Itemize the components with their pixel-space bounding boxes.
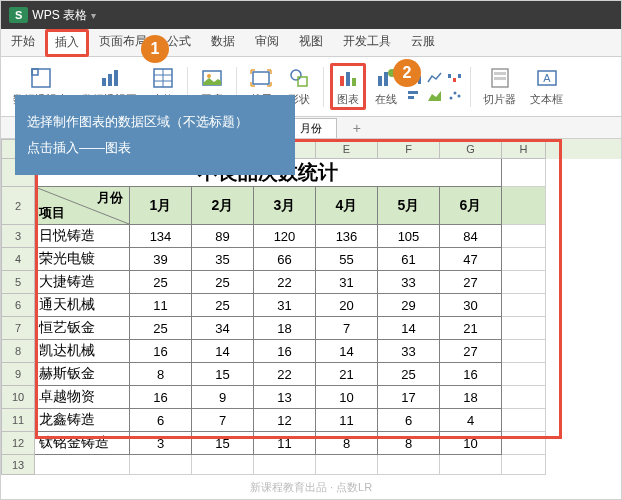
data-cell[interactable]: 8 — [316, 432, 378, 455]
data-cell[interactable]: 35 — [192, 248, 254, 271]
row-name-cell[interactable]: 赫斯钣金 — [35, 363, 130, 386]
ribbon-textbox[interactable]: A 文本框 — [524, 64, 569, 109]
header-cell[interactable]: 4月 — [316, 187, 378, 225]
header-cell[interactable]: 6月 — [440, 187, 502, 225]
cell[interactable] — [502, 455, 546, 475]
data-cell[interactable]: 10 — [316, 386, 378, 409]
data-cell[interactable]: 15 — [192, 432, 254, 455]
data-cell[interactable]: 33 — [378, 271, 440, 294]
cell[interactable] — [502, 271, 546, 294]
data-cell[interactable]: 25 — [192, 294, 254, 317]
data-cell[interactable]: 21 — [440, 317, 502, 340]
row-header[interactable]: 5 — [1, 271, 35, 294]
tab-home[interactable]: 开始 — [1, 28, 45, 56]
header-diagonal-cell[interactable]: 月份 项目 — [35, 187, 130, 225]
row-name-cell[interactable]: 钛铭金铸造 — [35, 432, 130, 455]
row-name-cell[interactable]: 龙鑫铸造 — [35, 409, 130, 432]
row-header[interactable]: 4 — [1, 248, 35, 271]
cell[interactable] — [502, 386, 546, 409]
row-header[interactable]: 11 — [1, 409, 35, 432]
data-cell[interactable]: 31 — [254, 294, 316, 317]
data-cell[interactable]: 27 — [440, 271, 502, 294]
header-cell[interactable]: 5月 — [378, 187, 440, 225]
row-name-cell[interactable]: 凯达机械 — [35, 340, 130, 363]
cell[interactable] — [502, 187, 546, 225]
mini-bar-icon[interactable] — [406, 88, 424, 104]
row-name-cell[interactable]: 日悦铸造 — [35, 225, 130, 248]
data-cell[interactable]: 4 — [440, 409, 502, 432]
data-cell[interactable]: 16 — [130, 340, 192, 363]
tab-cloud[interactable]: 云服 — [401, 28, 445, 56]
data-cell[interactable]: 6 — [378, 409, 440, 432]
col-header[interactable]: F — [378, 139, 440, 159]
data-cell[interactable]: 55 — [316, 248, 378, 271]
data-cell[interactable]: 22 — [254, 363, 316, 386]
cell[interactable] — [316, 455, 378, 475]
data-cell[interactable]: 11 — [130, 294, 192, 317]
data-cell[interactable]: 61 — [378, 248, 440, 271]
mini-winloss-icon[interactable] — [446, 70, 464, 86]
cell[interactable] — [192, 455, 254, 475]
mini-area-icon[interactable] — [426, 88, 444, 104]
tab-devtools[interactable]: 开发工具 — [333, 28, 401, 56]
data-cell[interactable]: 134 — [130, 225, 192, 248]
row-name-cell[interactable]: 大捷铸造 — [35, 271, 130, 294]
data-cell[interactable]: 3 — [130, 432, 192, 455]
row-header[interactable]: 9 — [1, 363, 35, 386]
cell[interactable] — [502, 159, 546, 187]
data-cell[interactable]: 66 — [254, 248, 316, 271]
cell[interactable] — [502, 317, 546, 340]
data-cell[interactable]: 16 — [254, 340, 316, 363]
data-cell[interactable]: 47 — [440, 248, 502, 271]
data-cell[interactable]: 8 — [378, 432, 440, 455]
data-cell[interactable]: 30 — [440, 294, 502, 317]
data-cell[interactable]: 18 — [440, 386, 502, 409]
data-cell[interactable]: 89 — [192, 225, 254, 248]
mini-line-icon[interactable] — [426, 70, 444, 86]
tab-insert[interactable]: 插入 — [45, 29, 89, 57]
ribbon-slicer[interactable]: 切片器 — [477, 64, 522, 109]
cell[interactable] — [502, 432, 546, 455]
cell[interactable] — [254, 455, 316, 475]
cell[interactable] — [502, 225, 546, 248]
cell[interactable] — [502, 409, 546, 432]
data-cell[interactable]: 25 — [130, 317, 192, 340]
data-cell[interactable]: 14 — [378, 317, 440, 340]
data-cell[interactable]: 31 — [316, 271, 378, 294]
header-cell[interactable]: 3月 — [254, 187, 316, 225]
row-name-cell[interactable]: 恒艺钣金 — [35, 317, 130, 340]
data-cell[interactable]: 13 — [254, 386, 316, 409]
row-header[interactable]: 3 — [1, 225, 35, 248]
row-header[interactable]: 13 — [1, 455, 35, 475]
row-name-cell[interactable]: 卓越物资 — [35, 386, 130, 409]
data-cell[interactable]: 39 — [130, 248, 192, 271]
tab-review[interactable]: 审阅 — [245, 28, 289, 56]
spreadsheet-grid[interactable]: A B C D E F G H 不良品次数统计 2 月份 项目 1月 2月 — [1, 139, 621, 475]
header-cell[interactable]: 1月 — [130, 187, 192, 225]
row-header[interactable]: 6 — [1, 294, 35, 317]
col-header[interactable]: G — [440, 139, 502, 159]
cell[interactable] — [378, 455, 440, 475]
data-cell[interactable]: 11 — [316, 409, 378, 432]
data-cell[interactable]: 29 — [378, 294, 440, 317]
cell[interactable] — [130, 455, 192, 475]
add-sheet-icon[interactable]: + — [353, 120, 361, 136]
mini-scatter-icon[interactable] — [446, 88, 464, 104]
row-header[interactable]: 8 — [1, 340, 35, 363]
data-cell[interactable]: 11 — [254, 432, 316, 455]
data-cell[interactable]: 136 — [316, 225, 378, 248]
data-cell[interactable]: 25 — [192, 271, 254, 294]
row-header[interactable]: 7 — [1, 317, 35, 340]
data-cell[interactable]: 15 — [192, 363, 254, 386]
header-cell[interactable]: 2月 — [192, 187, 254, 225]
cell[interactable] — [502, 294, 546, 317]
data-cell[interactable]: 120 — [254, 225, 316, 248]
data-cell[interactable]: 14 — [192, 340, 254, 363]
data-cell[interactable]: 14 — [316, 340, 378, 363]
data-cell[interactable]: 105 — [378, 225, 440, 248]
data-cell[interactable]: 21 — [316, 363, 378, 386]
app-dropdown-icon[interactable]: ▾ — [91, 10, 96, 21]
row-header[interactable]: 10 — [1, 386, 35, 409]
cell[interactable] — [502, 363, 546, 386]
tab-data[interactable]: 数据 — [201, 28, 245, 56]
